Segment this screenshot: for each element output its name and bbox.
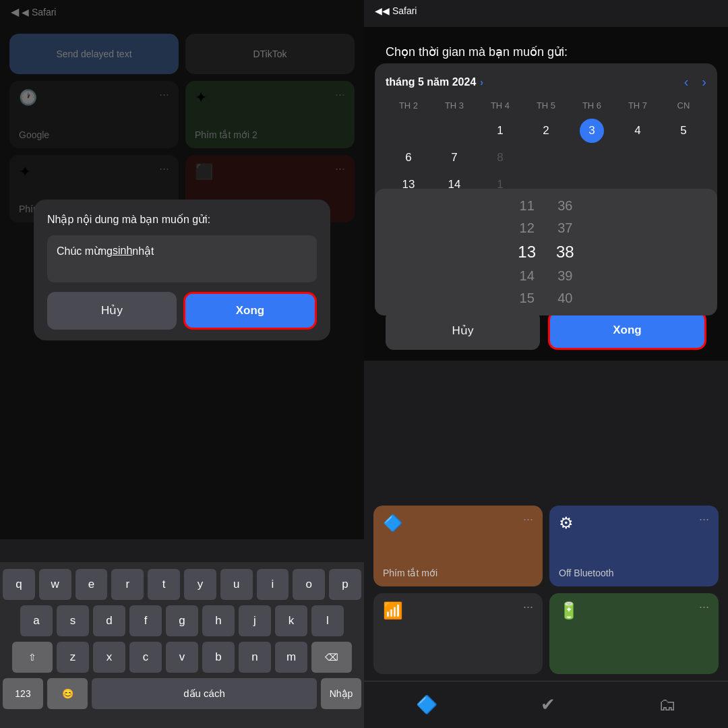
calendar-month-label: tháng 5 năm 2024 — [386, 76, 476, 88]
key-return[interactable]: Nhập — [321, 678, 361, 709]
drum-hour-11: 11 — [520, 195, 535, 216]
keyboard-row-4: 123 😊 dấu cách Nhập — [3, 678, 361, 709]
off-bluetooth-label: Off Bluetooth — [559, 568, 709, 578]
key-t[interactable]: t — [148, 569, 180, 600]
calendar-header: tháng 5 năm 2024 › ‹ › — [386, 74, 706, 90]
cal-day-2[interactable]: 2 — [534, 119, 558, 143]
weekday-th3: TH 3 — [431, 98, 477, 113]
key-h[interactable]: h — [202, 605, 235, 636]
key-o[interactable]: o — [293, 569, 325, 600]
key-y[interactable]: y — [184, 569, 216, 600]
dialog-cancel-button[interactable]: Hủy — [47, 292, 177, 330]
calendar-month-chevron[interactable]: › — [480, 77, 483, 88]
off-bluetooth-ellipsis[interactable]: ··· — [699, 512, 709, 526]
dialog-input[interactable]: Chúc mừng sinh nhật — [47, 235, 317, 282]
drum-min-37: 37 — [557, 218, 572, 239]
key-b[interactable]: b — [202, 642, 235, 673]
cal-day-7[interactable]: 7 — [442, 146, 466, 170]
calendar-next-button[interactable]: › — [702, 74, 706, 90]
cal-day-5[interactable]: 5 — [671, 119, 696, 143]
picker-done-button[interactable]: Xong — [548, 311, 706, 350]
cal-day-1[interactable]: 1 — [488, 119, 512, 143]
phim-tat-moi-r-icon: 🔷 — [383, 514, 533, 533]
drum-hour-15: 15 — [520, 288, 535, 309]
key-backspace[interactable]: ⌫ — [311, 642, 352, 673]
phim-tat-moi-r-label: Phím tắt mới — [383, 568, 533, 578]
drum-min-40: 40 — [557, 288, 572, 309]
shortcut-phim-tat-moi-r[interactable]: 🔷 ··· Phím tắt mới — [373, 506, 543, 586]
key-n[interactable]: n — [239, 642, 271, 673]
dialog-title: Nhập nội dung mà bạn muốn gửi: — [47, 213, 317, 226]
drum-hour-14: 14 — [520, 266, 535, 286]
drum-minutes-col: 36 37 38 39 40 — [556, 195, 574, 309]
keyboard-row-3: ⇧ z x c v b n m ⌫ — [3, 642, 361, 673]
dialog-input-text-before: Chúc mừng — [57, 245, 113, 257]
weekday-cn: CN — [661, 98, 706, 113]
dialog-box: Nhập nội dung mà bạn muốn gửi: Chúc mừng… — [34, 200, 330, 340]
picker-title: Chọn thời gian mà bạn muốn gửi: — [375, 38, 717, 63]
status-bar-right-label: ◀ Safari — [382, 5, 417, 16]
dialog-buttons: Hủy Xong — [47, 292, 317, 330]
wifi-icon: 📶 — [383, 601, 533, 620]
key-shift[interactable]: ⇧ — [12, 642, 53, 673]
cal-day-6[interactable]: 6 — [396, 146, 421, 170]
cal-day-3-today[interactable]: 3 — [580, 119, 604, 143]
calendar-prev-button[interactable]: ‹ — [684, 74, 689, 90]
key-d[interactable]: d — [93, 605, 125, 636]
dialog-overlay: Nhập nội dung mà bạn muốn gửi: Chúc mừng… — [0, 0, 364, 539]
key-r[interactable]: r — [111, 569, 144, 600]
weekday-th5: TH 5 — [523, 98, 569, 113]
weekday-th6: TH 6 — [569, 98, 615, 113]
back-arrow-right-icon[interactable]: ◀ — [375, 5, 382, 16]
cal-day-8[interactable]: 8 — [488, 146, 512, 170]
phim-tat-moi-r-ellipsis[interactable]: ··· — [523, 512, 533, 526]
keyboard: q w e r t y u i o p a s d f g h j k l ⇧ … — [0, 562, 364, 728]
key-q[interactable]: q — [3, 569, 35, 600]
left-panel: ◀ ◀ Safari Send delayed text DTikTok 🕐 ·… — [0, 0, 364, 728]
key-z[interactable]: z — [57, 642, 89, 673]
key-p[interactable]: p — [329, 569, 361, 600]
wifi-ellipsis[interactable]: ··· — [523, 600, 533, 614]
key-s[interactable]: s — [57, 605, 89, 636]
keyboard-row-1: q w e r t y u i o p — [3, 569, 361, 600]
key-l[interactable]: l — [311, 605, 344, 636]
key-c[interactable]: c — [129, 642, 162, 673]
key-e[interactable]: e — [75, 569, 108, 600]
key-a[interactable]: a — [20, 605, 53, 636]
dialog-done-button[interactable]: Xong — [183, 292, 317, 330]
shortcut-battery[interactable]: 🔋 ··· — [549, 593, 719, 674]
drum-min-39: 39 — [557, 266, 572, 286]
key-space[interactable]: dấu cách — [92, 678, 317, 709]
cal-day-4[interactable]: 4 — [626, 119, 650, 143]
key-i[interactable]: i — [257, 569, 289, 600]
key-u[interactable]: u — [220, 569, 253, 600]
right-shortcuts-grid: 🔷 ··· Phím tắt mới ⚙ ··· Off Bluetooth 📶… — [364, 499, 728, 728]
drum-hour-12: 12 — [520, 218, 535, 239]
key-f[interactable]: f — [129, 605, 162, 636]
status-bar-right: ◀ ◀ Safari — [364, 0, 728, 22]
calendar-month-title: tháng 5 năm 2024 › — [386, 76, 483, 88]
battery-icon: 🔋 — [559, 601, 709, 620]
key-w[interactable]: w — [39, 569, 71, 600]
weekday-th7: TH 7 — [615, 98, 661, 113]
shortcut-wifi[interactable]: 📶 ··· — [373, 593, 543, 674]
drum-min-38-selected: 38 — [556, 240, 574, 264]
key-v[interactable]: v — [166, 642, 198, 673]
key-emoji[interactable]: 😊 — [47, 678, 88, 709]
shortcut-off-bluetooth[interactable]: ⚙ ··· Off Bluetooth — [549, 506, 719, 586]
key-g[interactable]: g — [166, 605, 198, 636]
time-drum-picker: 11 12 13 14 15 36 37 38 39 40 — [375, 189, 717, 315]
weekday-th4: TH 4 — [477, 98, 523, 113]
key-j[interactable]: j — [239, 605, 271, 636]
drum-hours-col: 11 12 13 14 15 — [518, 195, 536, 309]
key-k[interactable]: k — [275, 605, 307, 636]
calendar-nav: ‹ › — [684, 74, 706, 90]
picker-overlay: Chọn thời gian mà bạn muốn gửi: tháng 5 … — [364, 27, 728, 361]
dialog-input-underline: sinh — [113, 245, 132, 257]
key-m[interactable]: m — [275, 642, 307, 673]
picker-cancel-button[interactable]: Hủy — [386, 311, 540, 350]
key-num[interactable]: 123 — [3, 678, 43, 709]
drum-min-36: 36 — [557, 195, 572, 216]
battery-ellipsis[interactable]: ··· — [699, 600, 709, 614]
key-x[interactable]: x — [93, 642, 125, 673]
